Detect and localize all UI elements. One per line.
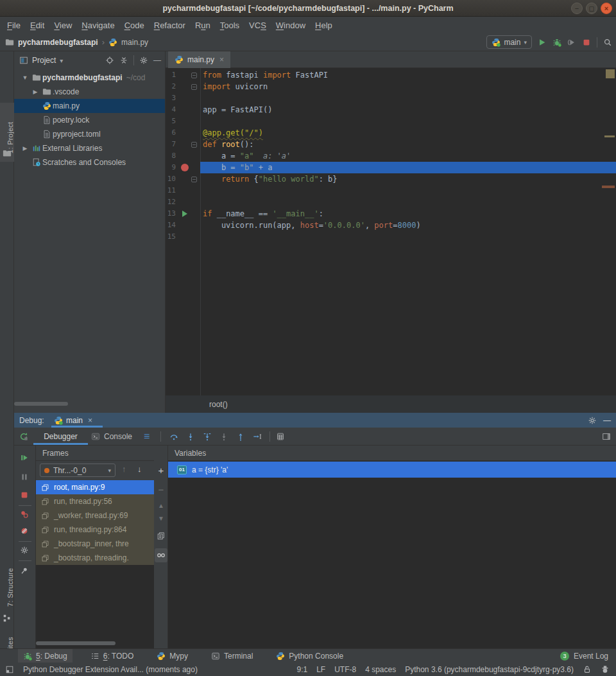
toolwindow-tab-python-console[interactable]: Python Console bbox=[271, 649, 348, 663]
run-button[interactable] bbox=[538, 38, 547, 47]
locate-file-icon[interactable] bbox=[105, 56, 114, 65]
readonly-lock-icon[interactable] bbox=[583, 665, 592, 674]
editor-tab-mainpy[interactable]: main.py × bbox=[168, 51, 230, 68]
code-line-4[interactable]: 4app = FastAPI() bbox=[166, 104, 616, 116]
menu-navigate[interactable]: Navigate bbox=[80, 19, 116, 31]
toolwindow-tab-6-todo[interactable]: 6: TODO bbox=[85, 649, 139, 663]
frame-worker-thread-py-69[interactable]: _worker, thread.py:69 bbox=[36, 508, 154, 523]
minimize-button[interactable]: − bbox=[571, 3, 583, 14]
rerun-icon[interactable] bbox=[19, 432, 28, 441]
maximize-button[interactable]: ◻ bbox=[586, 3, 597, 14]
event-log-group[interactable]: 3Event Log bbox=[560, 652, 608, 661]
menu-edit[interactable]: Edit bbox=[28, 19, 46, 31]
mute-breakpoints-icon[interactable] bbox=[20, 526, 29, 535]
code-line-3[interactable]: 3 bbox=[166, 92, 616, 104]
code-line-10[interactable]: 10 return {"hello world": b} bbox=[166, 173, 616, 185]
breadcrumb-file[interactable]: main.py bbox=[121, 38, 148, 47]
menu-vcs[interactable]: VCS bbox=[247, 19, 268, 31]
code-line-1[interactable]: 1from fastapi import FastAPI bbox=[166, 69, 616, 81]
layout-options-icon[interactable]: ≡ bbox=[144, 428, 150, 445]
line-number[interactable]: 13 bbox=[166, 208, 176, 220]
error-stripe-warning-mark[interactable] bbox=[604, 135, 615, 137]
code-line-9[interactable]: 9 b = "b" + a bbox=[166, 162, 616, 173]
line-number[interactable]: 8 bbox=[166, 150, 176, 162]
chevron-right-icon[interactable]: ▶ bbox=[30, 89, 41, 95]
code-line-2[interactable]: 2import uvicorn bbox=[166, 81, 616, 92]
run-line-icon[interactable] bbox=[182, 211, 187, 217]
step-into-my-code-icon[interactable] bbox=[203, 432, 212, 441]
chevron-down-icon[interactable]: ▼ bbox=[19, 74, 31, 81]
line-separator[interactable]: LF bbox=[316, 665, 325, 674]
stop-button[interactable] bbox=[582, 38, 591, 47]
tree-item-external-libraries[interactable]: ▶External Libraries bbox=[14, 141, 166, 155]
code-line-5[interactable]: 5 bbox=[166, 116, 616, 127]
error-stripe-breakpoint-mark[interactable] bbox=[602, 186, 615, 188]
gear-icon[interactable] bbox=[588, 416, 597, 425]
chevron-right-icon[interactable]: ▶ bbox=[19, 145, 31, 152]
line-number[interactable]: 5 bbox=[166, 116, 176, 127]
thread-select[interactable]: Thr...-0_0 ▾ bbox=[40, 464, 116, 477]
close-session-icon[interactable]: × bbox=[88, 416, 92, 425]
stop-icon[interactable] bbox=[20, 490, 29, 499]
add-watch-icon[interactable]: + bbox=[154, 465, 168, 476]
tab-console[interactable]: Console bbox=[91, 428, 132, 445]
line-number[interactable]: 2 bbox=[166, 81, 176, 92]
pause-program-icon[interactable] bbox=[20, 472, 29, 481]
tree-item-pyproject-toml[interactable]: pyproject.toml bbox=[14, 127, 166, 141]
code-line-12[interactable]: 12 bbox=[166, 196, 616, 208]
code-area[interactable]: 1from fastapi import FastAPI2import uvic… bbox=[166, 68, 616, 395]
move-watch-down-icon[interactable]: ▼ bbox=[154, 515, 168, 522]
view-breakpoints-icon[interactable] bbox=[20, 510, 29, 519]
evaluate-expression-icon[interactable] bbox=[276, 432, 285, 441]
gear-icon[interactable] bbox=[139, 56, 148, 65]
collapse-all-icon[interactable] bbox=[119, 56, 128, 65]
menu-file[interactable]: File bbox=[5, 19, 22, 31]
line-number[interactable]: 9 bbox=[166, 162, 176, 173]
menu-refactor[interactable]: Refactor bbox=[152, 19, 187, 31]
fold-marker-icon[interactable] bbox=[191, 84, 197, 90]
frame-bootstrap-threading[interactable]: _bootstrap, threading. bbox=[36, 551, 154, 565]
fold-marker-icon[interactable] bbox=[191, 142, 197, 148]
next-frame-icon[interactable]: ↓ bbox=[137, 464, 142, 474]
previous-frame-icon[interactable]: ↑ bbox=[122, 464, 126, 474]
line-number[interactable]: 10 bbox=[166, 173, 176, 185]
code-line-13[interactable]: 13if __name__ == '__main__': bbox=[166, 208, 616, 220]
caret-down-icon[interactable]: ▾ bbox=[60, 57, 63, 64]
menu-help[interactable]: Help bbox=[313, 19, 334, 31]
search-everywhere-button[interactable] bbox=[603, 38, 612, 47]
toolwindow-tab-terminal[interactable]: Terminal bbox=[206, 649, 258, 663]
menu-run[interactable]: Run bbox=[193, 19, 212, 31]
debugger-settings-icon[interactable] bbox=[20, 546, 29, 555]
toolwindow-tab-mypy[interactable]: Mypy bbox=[151, 649, 193, 663]
tab-debugger[interactable]: Debugger bbox=[33, 428, 88, 445]
menu-view[interactable]: View bbox=[52, 19, 74, 31]
step-into-icon[interactable] bbox=[186, 432, 195, 441]
tree-item-main-py[interactable]: main.py bbox=[14, 99, 166, 113]
horizontal-scrollbar[interactable] bbox=[36, 641, 116, 645]
fold-marker-icon[interactable] bbox=[191, 73, 197, 78]
debug-button[interactable] bbox=[552, 38, 561, 47]
line-number[interactable]: 4 bbox=[166, 104, 176, 116]
frame-run-thread-py-56[interactable]: run, thread.py:56 bbox=[36, 494, 154, 508]
remove-watch-icon[interactable]: − bbox=[154, 484, 168, 495]
line-number[interactable]: 12 bbox=[166, 196, 176, 208]
toolwindow-tab-structure[interactable]: 7: Structure bbox=[0, 562, 14, 613]
close-button[interactable]: × bbox=[601, 3, 612, 14]
frame-root-main-py-9[interactable]: root, main.py:9 bbox=[36, 480, 154, 494]
line-number[interactable]: 6 bbox=[166, 127, 176, 139]
code-line-7[interactable]: 7def root(): bbox=[166, 139, 616, 150]
tree-item-poetry-lock[interactable]: poetry.lock bbox=[14, 113, 166, 127]
tree-item-scratches-and-consoles[interactable]: Scratches and Consoles bbox=[14, 155, 166, 169]
line-number[interactable]: 14 bbox=[166, 220, 176, 231]
caret-position[interactable]: 9:1 bbox=[296, 665, 307, 674]
toolwindow-tab-5-debug[interactable]: 5: Debug bbox=[18, 649, 73, 663]
force-step-into-icon[interactable] bbox=[219, 432, 228, 441]
breakpoint-icon[interactable] bbox=[181, 164, 189, 171]
tree-item-pycharmdebugfastapi[interactable]: ▼pycharmdebugfastapi~/cod bbox=[14, 71, 166, 85]
hide-panel-button[interactable]: — bbox=[153, 56, 161, 65]
python-interpreter[interactable]: Python 3.6 (pycharmdebugfastapi-9cdjtyrg… bbox=[405, 665, 574, 674]
breadcrumb-function[interactable]: root() bbox=[209, 400, 228, 409]
hide-panel-button[interactable]: — bbox=[603, 416, 611, 425]
code-line-11[interactable]: 11 bbox=[166, 185, 616, 196]
menu-code[interactable]: Code bbox=[123, 19, 146, 31]
